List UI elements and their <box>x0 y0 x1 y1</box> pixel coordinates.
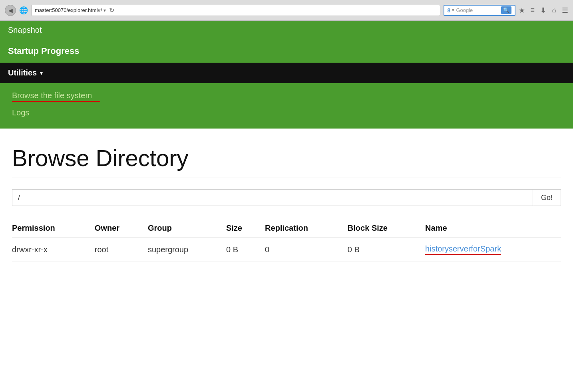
url-dropdown-icon[interactable]: ▾ <box>103 8 106 13</box>
search-placeholder: Google <box>456 7 499 13</box>
search-magnifier-icon[interactable]: 🔍 <box>501 6 511 14</box>
main-content: Browse Directory Go! Permission Owner Gr… <box>0 129 573 273</box>
search-bar[interactable]: 8 ▾ Google 🔍 <box>444 5 515 16</box>
back-button[interactable]: ◀ <box>5 5 16 16</box>
reading-list-icon[interactable]: ≡ <box>531 6 535 14</box>
cell-block-size: 0 B <box>348 238 425 261</box>
path-input[interactable] <box>12 190 533 206</box>
table-row: drwxr-xr-x root supergroup 0 B 0 0 B his… <box>12 238 561 261</box>
col-name: Name <box>425 219 561 238</box>
cell-permission: drwxr-xr-x <box>12 238 95 261</box>
directory-table: Permission Owner Group Size Replication … <box>12 219 561 261</box>
nav-logs[interactable]: Logs <box>12 108 561 117</box>
cell-size: 0 B <box>226 238 265 261</box>
url-bar[interactable]: master:50070/explorer.html#/ ▾ ↻ <box>31 5 440 16</box>
refresh-icon[interactable]: ↻ <box>109 6 114 14</box>
download-icon[interactable]: ⬇ <box>540 6 546 15</box>
table-header: Permission Owner Group Size Replication … <box>12 219 561 238</box>
name-underline-decoration <box>425 254 501 255</box>
nav-utilities-bar[interactable]: Utilities ▾ <box>0 63 573 83</box>
name-link-text: historyserverforSpark <box>425 244 501 253</box>
search-dropdown-icon[interactable]: ▾ <box>452 8 454 13</box>
nav-startup-progress[interactable]: Startup Progress <box>0 40 573 63</box>
cell-replication: 0 <box>265 238 348 261</box>
home-icon[interactable]: ⌂ <box>552 6 556 14</box>
col-group: Group <box>148 219 226 238</box>
menu-icon[interactable]: ☰ <box>562 6 568 15</box>
col-owner: Owner <box>95 219 148 238</box>
col-permission: Permission <box>12 219 95 238</box>
cell-name[interactable]: historyserverforSpark <box>425 238 561 261</box>
path-bar[interactable]: Go! <box>12 189 561 206</box>
name-link[interactable]: historyserverforSpark <box>425 244 501 255</box>
cell-owner: root <box>95 238 148 261</box>
table-body: drwxr-xr-x root supergroup 0 B 0 0 B his… <box>12 238 561 261</box>
globe-icon: 🌐 <box>19 6 28 15</box>
bookmark-star-icon[interactable]: ★ <box>519 6 525 15</box>
logs-label: Logs <box>12 108 29 117</box>
nav-dropdown-menu: Browse the file system Logs <box>0 83 573 129</box>
col-size: Size <box>226 219 265 238</box>
browser-chrome: ◀ 🌐 master:50070/explorer.html#/ ▾ ↻ 8 ▾… <box>0 0 573 21</box>
browse-filesystem-label: Browse the file system <box>12 91 92 100</box>
col-replication: Replication <box>265 219 348 238</box>
back-icon: ◀ <box>8 7 13 14</box>
nav-startup-label: Startup Progress <box>8 46 80 56</box>
col-block-size: Block Size <box>348 219 425 238</box>
browse-underline-decoration <box>12 101 100 102</box>
nav-utilities-label: Utilities <box>8 68 37 77</box>
google-icon: 8 <box>448 7 451 14</box>
url-text: master:50070/explorer.html#/ <box>35 7 102 13</box>
nav-browse-filesystem[interactable]: Browse the file system <box>12 91 561 102</box>
browser-toolbar-icons: ★ ≡ ⬇ ⌂ ☰ <box>519 6 568 15</box>
go-button[interactable]: Go! <box>533 190 561 206</box>
nav-snapshot[interactable]: Snapshot <box>0 21 573 40</box>
utilities-dropdown-icon[interactable]: ▾ <box>40 70 43 76</box>
cell-group: supergroup <box>148 238 226 261</box>
nav-snapshot-label: Snapshot <box>8 26 42 34</box>
page-title: Browse Directory <box>12 145 561 178</box>
